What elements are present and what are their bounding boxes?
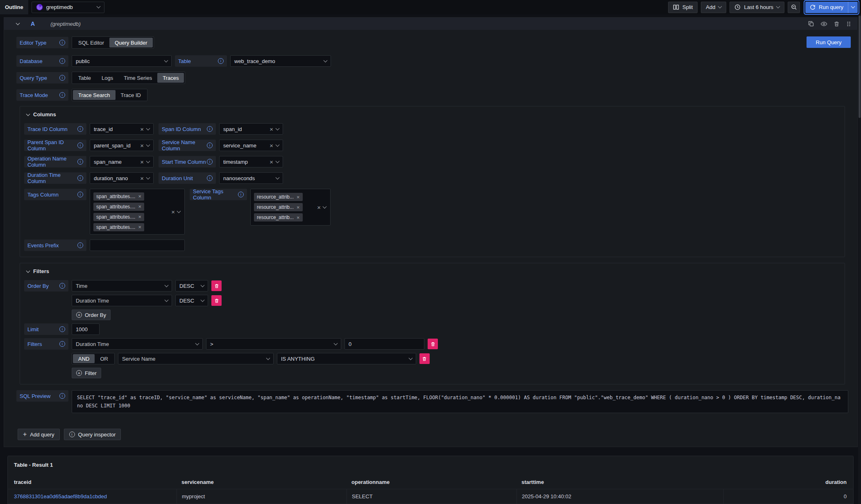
order-by-direction-select[interactable]: DESC <box>175 280 208 292</box>
remove-tag-icon[interactable] <box>297 194 300 200</box>
option-sql-editor[interactable]: SQL Editor <box>73 38 109 47</box>
run-query-options-button[interactable] <box>848 2 858 13</box>
query-inspector-button[interactable]: Query inspector <box>64 429 121 440</box>
option-and[interactable]: AND <box>73 354 95 363</box>
add-filter-button[interactable]: Filter <box>72 368 101 378</box>
scrollbar-thumb[interactable] <box>859 16 861 118</box>
column-header-starttime[interactable]: starttime <box>517 476 723 489</box>
info-icon[interactable] <box>218 58 224 64</box>
remove-order-by-button[interactable] <box>211 295 222 306</box>
database-select[interactable]: public <box>72 55 172 67</box>
filter-operator-select[interactable]: > <box>206 338 341 350</box>
clear-icon[interactable] <box>270 126 273 132</box>
columns-section-header[interactable]: Columns <box>27 111 840 118</box>
info-icon[interactable] <box>207 126 213 132</box>
table-select[interactable]: web_trace_demo <box>230 55 331 67</box>
info-icon[interactable] <box>77 142 83 148</box>
info-icon[interactable] <box>207 159 213 165</box>
clear-all-icon[interactable] <box>171 209 175 215</box>
events-prefix-input[interactable] <box>90 240 185 251</box>
service-tags-column-multiselect[interactable]: resource_attrib... resource_attrib... re… <box>250 189 331 226</box>
info-icon[interactable] <box>59 40 65 45</box>
hide-query-eye-icon[interactable] <box>820 20 827 27</box>
tags-column-multiselect[interactable]: span_attributes.... span_attributes.... … <box>90 189 185 235</box>
info-icon[interactable] <box>77 242 83 248</box>
column-header-servicename[interactable]: servicename <box>177 476 347 489</box>
trace-id-column-select[interactable]: trace_id <box>90 123 154 135</box>
clear-all-icon[interactable] <box>317 204 321 210</box>
clear-icon[interactable] <box>270 142 273 149</box>
drag-handle-grip-icon[interactable] <box>846 21 852 27</box>
zoom-out-time-button[interactable] <box>788 2 800 13</box>
add-order-by-button[interactable]: Order By <box>72 310 111 320</box>
remove-tag-icon[interactable] <box>297 205 300 210</box>
info-icon[interactable] <box>77 126 83 132</box>
column-header-traceid[interactable]: traceid <box>8 476 177 489</box>
datasource-picker[interactable]: greptimedb <box>32 2 104 13</box>
split-button[interactable]: Split <box>668 2 698 13</box>
service-name-column-select[interactable]: service_name <box>219 140 283 151</box>
clear-icon[interactable] <box>140 159 144 165</box>
remove-tag-icon[interactable] <box>138 214 141 219</box>
add-query-button[interactable]: Add query <box>18 429 60 440</box>
info-icon[interactable] <box>77 192 83 197</box>
info-icon[interactable] <box>77 175 83 181</box>
info-icon[interactable] <box>77 159 83 165</box>
filter-operator-select[interactable]: IS ANYTHING <box>277 353 416 364</box>
option-trace-id[interactable]: Trace ID <box>116 90 146 100</box>
info-icon[interactable] <box>59 92 65 98</box>
info-icon[interactable] <box>59 283 65 289</box>
info-icon[interactable] <box>207 175 213 181</box>
remove-tag-icon[interactable] <box>138 224 141 230</box>
option-or[interactable]: OR <box>95 354 113 363</box>
clear-icon[interactable] <box>140 142 144 149</box>
limit-input[interactable] <box>72 323 100 335</box>
parent-span-id-column-select[interactable]: parent_span_id <box>90 140 154 151</box>
operation-name-column-select[interactable]: span_name <box>90 156 154 167</box>
filter-field-select[interactable]: Duration Time <box>72 338 203 350</box>
clear-icon[interactable] <box>140 126 144 132</box>
info-icon[interactable] <box>59 58 65 64</box>
info-icon[interactable] <box>59 75 65 81</box>
info-icon[interactable] <box>207 142 213 148</box>
clear-icon[interactable] <box>270 159 273 165</box>
order-by-direction-select[interactable]: DESC <box>175 295 208 306</box>
run-query-button[interactable]: Run query <box>805 2 848 13</box>
duration-unit-select[interactable]: nanoseconds <box>219 172 283 184</box>
order-by-field-select[interactable]: Time <box>72 280 172 292</box>
trace-id-link[interactable]: 3768831301ea0d65adaef8b9da1cbded <box>14 493 107 499</box>
filters-section-header[interactable]: Filters <box>27 268 840 274</box>
duration-time-column-select[interactable]: duration_nano <box>90 172 154 184</box>
span-id-column-select[interactable]: span_id <box>219 123 283 135</box>
clear-icon[interactable] <box>140 175 144 181</box>
remove-tag-icon[interactable] <box>297 215 300 220</box>
filter-field-select[interactable]: Service Name <box>118 353 274 364</box>
info-icon[interactable] <box>59 326 65 332</box>
option-trace-search[interactable]: Trace Search <box>73 90 116 100</box>
option-time-series[interactable]: Time Series <box>118 73 157 83</box>
remove-order-by-button[interactable] <box>211 280 222 291</box>
add-dropdown[interactable]: Add <box>701 2 726 13</box>
query-row-header[interactable]: A (greptimedb) <box>4 18 857 30</box>
info-icon[interactable] <box>238 192 244 197</box>
info-icon[interactable] <box>59 393 65 399</box>
remove-query-trash-icon[interactable] <box>834 21 840 27</box>
option-logs[interactable]: Logs <box>96 73 118 83</box>
filter-value-input[interactable] <box>344 338 424 350</box>
remove-tag-icon[interactable] <box>138 194 141 199</box>
outline-button[interactable]: Outline <box>0 0 28 14</box>
remove-filter-button[interactable] <box>419 353 430 364</box>
start-time-column-select[interactable]: timestamp <box>219 156 283 167</box>
run-query-editor-button[interactable]: Run Query <box>807 36 851 48</box>
remove-filter-button[interactable] <box>428 339 438 349</box>
option-traces[interactable]: Traces <box>157 73 184 83</box>
option-table[interactable]: Table <box>73 73 96 83</box>
collapse-chevron-icon[interactable] <box>16 21 20 25</box>
order-by-field-select[interactable]: Duration Time <box>72 295 172 306</box>
duplicate-query-icon[interactable] <box>808 20 814 27</box>
option-query-builder[interactable]: Query Builder <box>109 38 152 47</box>
remove-tag-icon[interactable] <box>138 204 141 209</box>
time-range-picker[interactable]: Last 6 hours <box>730 2 784 13</box>
column-header-duration[interactable]: duration <box>723 476 853 489</box>
column-header-operationname[interactable]: operationname <box>347 476 517 489</box>
